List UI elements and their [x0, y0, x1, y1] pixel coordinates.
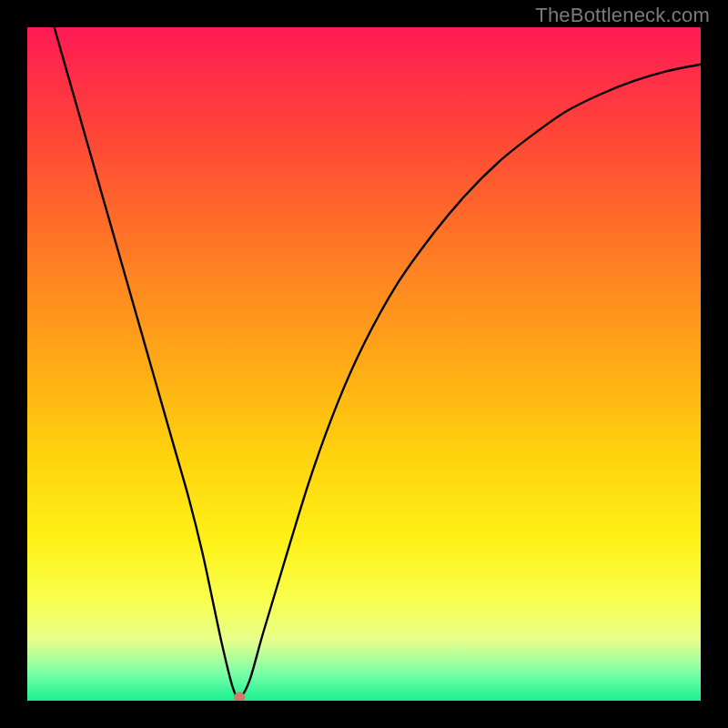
plot-area [27, 27, 701, 701]
bottleneck-curve [55, 27, 701, 698]
chart-container: TheBottleneck.com [0, 0, 728, 728]
attribution-text: TheBottleneck.com [535, 4, 710, 27]
curve-layer [27, 27, 701, 701]
